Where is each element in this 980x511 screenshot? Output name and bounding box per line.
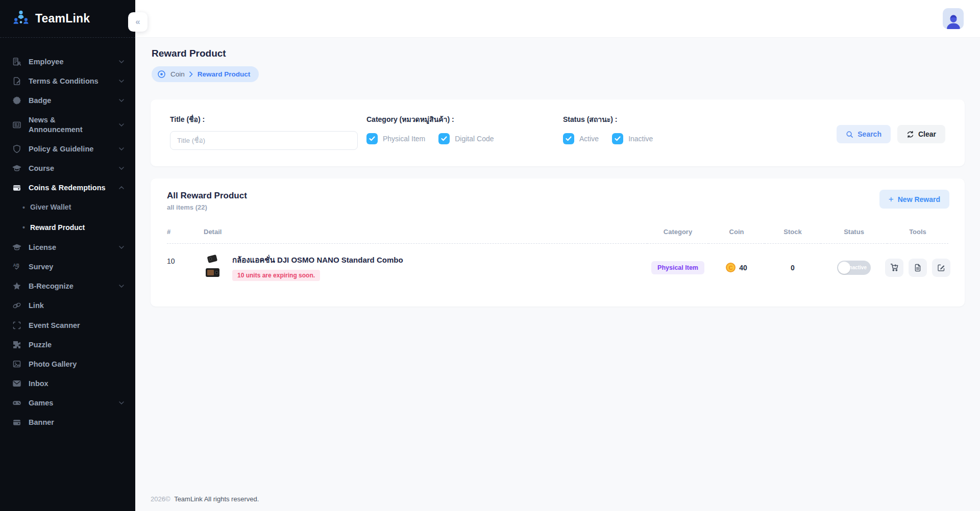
sidebar-item-terms-conditions[interactable]: Terms & Conditions bbox=[11, 71, 125, 91]
sidebar-item-survey[interactable]: AB Survey bbox=[11, 257, 125, 276]
breadcrumb-coin-link[interactable]: Coin bbox=[170, 70, 185, 78]
detail-file-button[interactable] bbox=[909, 259, 927, 277]
sidebar-item-label: Terms & Conditions bbox=[29, 76, 99, 86]
avatar-person-icon bbox=[945, 13, 962, 29]
teamlink-logo-icon bbox=[12, 9, 30, 29]
chevron-down-icon bbox=[119, 99, 124, 102]
column-header-stock: Stock bbox=[765, 221, 821, 244]
sidebar-item-label: Policy & Guideline bbox=[29, 144, 93, 154]
new-reward-button[interactable]: + New Reward bbox=[879, 190, 949, 209]
filter-category-group: Category (หมวดหมู่สินค้า) : Physical Ite… bbox=[366, 114, 563, 144]
app-root: TeamLink Employee Terms & Conditions Bad… bbox=[0, 0, 980, 511]
sidebar-item-label: Inbox bbox=[29, 379, 48, 388]
sidebar-item-giver-wallet[interactable]: • Giver Wallet bbox=[11, 197, 125, 218]
product-image[interactable] bbox=[204, 254, 223, 280]
checkbox-checked-icon bbox=[563, 133, 574, 144]
sidebar: TeamLink Employee Terms & Conditions Bad… bbox=[0, 0, 135, 511]
title-filter-input[interactable] bbox=[170, 131, 358, 150]
filter-title-group: Title (ชื่อ) : bbox=[170, 114, 358, 150]
breadcrumb: Coin Reward Product bbox=[152, 66, 259, 82]
sidebar-item-employee[interactable]: Employee bbox=[11, 52, 125, 71]
sidebar-item-course[interactable]: Course bbox=[11, 159, 125, 178]
sidebar-item-label: Puzzle bbox=[29, 340, 52, 349]
user-avatar[interactable] bbox=[943, 8, 964, 29]
sidebar-item-label: Event Scanner bbox=[29, 321, 80, 330]
status-toggle-label: Inactive bbox=[848, 261, 867, 275]
row-stock-cell: 0 bbox=[765, 244, 821, 288]
main-area: « Reward Product Coin Reward Product bbox=[135, 0, 980, 511]
sidebar-item-puzzle[interactable]: Puzzle bbox=[11, 335, 125, 354]
column-header-coin: Coin bbox=[708, 221, 765, 244]
refresh-icon bbox=[906, 131, 914, 138]
link-icon bbox=[12, 301, 21, 310]
status-filter-label: Status (สถานะ) : bbox=[563, 114, 653, 125]
sidebar-item-inbox[interactable]: Inbox bbox=[11, 374, 125, 393]
sidebar-item-label: Link bbox=[29, 301, 44, 310]
double-chevron-left-icon: « bbox=[135, 17, 140, 27]
sidebar-collapse-button[interactable]: « bbox=[128, 12, 148, 32]
sidebar-item-event-scanner[interactable]: Event Scanner bbox=[11, 316, 125, 335]
checkbox-physical-item[interactable]: Physical Item bbox=[366, 133, 425, 144]
file-icon bbox=[914, 264, 922, 272]
sidebar-item-news-announcement[interactable]: News & Announcement bbox=[11, 110, 125, 139]
coin-icon: C bbox=[726, 263, 736, 272]
sidebar-item-reward-product[interactable]: • Reward Product bbox=[11, 218, 125, 238]
gamepad-icon bbox=[12, 398, 21, 407]
sidebar-item-label: Reward Product bbox=[30, 223, 85, 233]
reward-product-table: # Detail Category Coin Stock Status Tool… bbox=[167, 221, 948, 288]
newspaper-icon bbox=[12, 120, 21, 130]
sidebar-item-badge[interactable]: Badge bbox=[11, 91, 125, 110]
row-coin-cell: C 40 bbox=[708, 244, 765, 288]
filter-panel: Title (ชื่อ) : Category (หมวดหมู่สินค้า)… bbox=[151, 99, 965, 166]
status-toggle[interactable]: Inactive bbox=[837, 261, 871, 275]
sidebar-item-label: Survey bbox=[29, 262, 53, 271]
brand-logo[interactable]: TeamLink bbox=[0, 0, 135, 38]
search-icon bbox=[846, 131, 853, 138]
sidebar-item-coins-redemptions[interactable]: Coins & Redemptions bbox=[11, 178, 125, 197]
checkbox-checked-icon bbox=[438, 133, 450, 144]
sidebar-item-banner[interactable]: Banner bbox=[11, 413, 125, 432]
checkbox-active[interactable]: Active bbox=[563, 133, 599, 144]
column-header-detail: Detail bbox=[204, 221, 647, 244]
cart-stock-button[interactable] bbox=[885, 259, 903, 277]
plus-icon: + bbox=[889, 195, 894, 203]
checkbox-inactive[interactable]: Inactive bbox=[612, 133, 653, 144]
sidebar-item-label: B-Recognize bbox=[29, 282, 74, 291]
reward-product-panel: All Reward Product all items (22) + New … bbox=[151, 178, 965, 306]
checkbox-digital-code[interactable]: Digital Code bbox=[438, 133, 494, 144]
clear-button[interactable]: Clear bbox=[897, 125, 945, 143]
search-button-label: Search bbox=[857, 130, 881, 138]
sidebar-item-photo-gallery[interactable]: Photo Gallery bbox=[11, 354, 125, 374]
ab-test-icon: AB bbox=[12, 262, 21, 271]
sidebar-item-games[interactable]: Games bbox=[11, 393, 125, 413]
chevron-down-icon bbox=[119, 246, 124, 249]
footer-year: 2026© bbox=[151, 495, 170, 503]
edit-button[interactable] bbox=[932, 259, 950, 277]
sidebar-item-label: Employee bbox=[29, 57, 64, 66]
clear-button-label: Clear bbox=[918, 130, 936, 138]
document-edit-icon bbox=[12, 76, 21, 86]
column-header-tools: Tools bbox=[887, 221, 948, 244]
sidebar-item-label: Games bbox=[29, 398, 53, 407]
sidebar-item-policy-guideline[interactable]: Policy & Guideline bbox=[11, 139, 125, 159]
sidebar-item-link[interactable]: Link bbox=[11, 296, 125, 315]
row-index: 10 bbox=[167, 244, 204, 288]
product-title[interactable]: กล้องแอคชั่น DJI OSMO NANO Standard Comb… bbox=[232, 254, 403, 266]
banner-card-icon bbox=[12, 418, 21, 427]
column-header-category: Category bbox=[647, 221, 708, 244]
sidebar-item-b-recognize[interactable]: B-Recognize bbox=[11, 276, 125, 296]
sidebar-item-label: Giver Wallet bbox=[30, 203, 71, 212]
cart-icon bbox=[890, 263, 899, 272]
sidebar-item-license[interactable]: License bbox=[11, 238, 125, 257]
badge-seal-icon bbox=[12, 96, 21, 105]
items-count: all items (22) bbox=[167, 203, 948, 211]
checkbox-checked-icon bbox=[366, 133, 378, 144]
page-title: Reward Product bbox=[152, 48, 965, 59]
sidebar-item-label: Photo Gallery bbox=[29, 360, 77, 369]
chevron-down-icon bbox=[119, 167, 124, 170]
expiring-warning-badge: 10 units are expiring soon. bbox=[232, 270, 320, 281]
checkbox-label: Inactive bbox=[628, 135, 653, 143]
filter-actions: Search Clear bbox=[837, 125, 945, 143]
search-button[interactable]: Search bbox=[837, 125, 891, 143]
sidebar-item-label: Badge bbox=[29, 96, 51, 105]
